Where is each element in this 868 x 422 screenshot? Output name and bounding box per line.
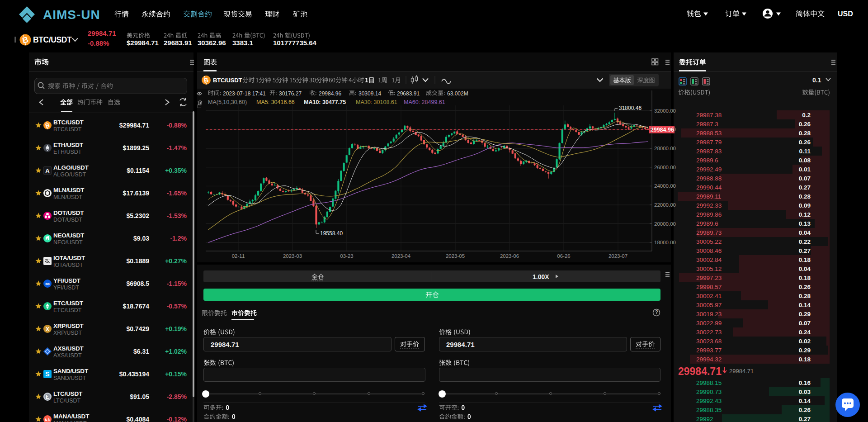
svg-text:18000.00: 18000.00 [654, 240, 676, 245]
svg-text:24000.00: 24000.00 [654, 183, 676, 189]
svg-text:2023-03: 2023-03 [283, 253, 302, 259]
svg-text:06-26: 06-26 [557, 253, 570, 259]
svg-text:20000.00: 20000.00 [654, 221, 676, 227]
svg-text:02-11: 02-11 [232, 253, 245, 259]
svg-text:28000.00: 28000.00 [654, 146, 676, 151]
svg-text:31800.46: 31800.46 [619, 105, 642, 111]
svg-text:26000.00: 26000.00 [654, 165, 676, 170]
svg-text:22000.00: 22000.00 [654, 202, 676, 208]
svg-text:2023-05: 2023-05 [446, 253, 465, 259]
svg-text:2023-04: 2023-04 [392, 253, 411, 259]
svg-text:03-23: 03-23 [340, 253, 353, 259]
svg-text:2023-07: 2023-07 [609, 253, 627, 259]
svg-text:2023-06: 2023-06 [500, 253, 519, 259]
svg-text:29984.96: 29984.96 [651, 127, 674, 133]
svg-text:19558.40: 19558.40 [320, 230, 343, 237]
svg-text:32000.00: 32000.00 [654, 108, 676, 114]
